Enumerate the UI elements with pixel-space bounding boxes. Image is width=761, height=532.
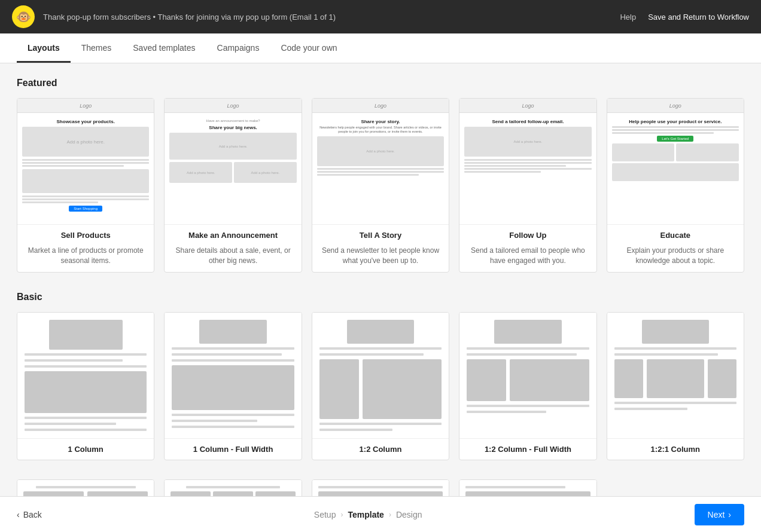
- tab-themes[interactable]: Themes: [71, 33, 123, 63]
- story-desc: Send a newsletter to let people know wha…: [312, 246, 449, 272]
- sell-products-label: Sell Products: [17, 224, 154, 246]
- featured-section-title: Featured: [17, 78, 744, 88]
- 1-column-full-label: 1 Column - Full Width: [165, 438, 301, 460]
- template-1-2-column[interactable]: 1:2 Column: [312, 312, 449, 460]
- template-1-2-1-column[interactable]: 1:2:1 Column: [607, 312, 744, 460]
- nav-tabs: Layouts Themes Saved templates Campaigns…: [0, 33, 761, 63]
- featured-grid: Logo Showcase your products. Add a photo…: [17, 98, 744, 273]
- template-full-width[interactable]: Full Width: [459, 479, 596, 497]
- followup-label: Follow Up: [459, 224, 596, 246]
- template-make-announcement[interactable]: Logo Have an announcement to make? Share…: [164, 98, 302, 273]
- basic-grid: 1 Column 1 Column - Full Width: [17, 312, 744, 460]
- next-label: Next: [708, 510, 725, 519]
- announcement-desc: Share details about a sale, event, or ot…: [165, 246, 301, 272]
- mailchimp-logo: 🐵: [12, 5, 35, 28]
- breadcrumb: Setup › Template › Design: [314, 510, 422, 519]
- template-1-column-full[interactable]: 1 Column - Full Width: [164, 312, 302, 460]
- chevron-2-icon: ›: [389, 510, 391, 519]
- basic-section-title: Basic: [17, 292, 744, 302]
- step-template: Template: [348, 510, 383, 519]
- educate-label: Educate: [607, 224, 744, 246]
- template-3-column[interactable]: 3 Column: [164, 479, 302, 497]
- template-educate[interactable]: Logo Help people use your product or ser…: [607, 98, 744, 273]
- followup-preview: Logo Send a tailored follow-up email. Ad…: [459, 99, 596, 224]
- template-1-column[interactable]: 1 Column: [17, 312, 154, 460]
- sell-products-desc: Market a line of products or promote sea…: [17, 246, 154, 272]
- step-design: Design: [396, 510, 422, 519]
- template-column-full-width[interactable]: Column Full Width: [312, 479, 449, 497]
- template-sell-products[interactable]: Logo Showcase your products. Add a photo…: [17, 98, 154, 273]
- educate-preview: Logo Help people use your product or ser…: [607, 99, 744, 224]
- back-button[interactable]: ‹ Back: [17, 510, 42, 519]
- back-chevron-icon: ‹: [17, 510, 20, 519]
- template-1-2-column-full[interactable]: 1:2 Column - Full Width: [459, 312, 596, 460]
- announcement-preview: Logo Have an announcement to make? Share…: [165, 99, 301, 224]
- step-setup: Setup: [314, 510, 336, 519]
- main-content: Featured Logo Showcase your products. Ad…: [0, 63, 761, 497]
- 1-2-column-label: 1:2 Column: [312, 438, 449, 460]
- tab-campaigns[interactable]: Campaigns: [206, 33, 270, 63]
- 1-column-label: 1 Column: [17, 438, 154, 460]
- tab-saved-templates[interactable]: Saved templates: [122, 33, 206, 63]
- followup-desc: Send a tailored email to people who have…: [459, 246, 596, 272]
- topbar-left: 🐵 Thank pop-up form subscribers • Thanks…: [12, 5, 336, 28]
- sell-products-preview: Logo Showcase your products. Add a photo…: [17, 99, 154, 224]
- template-2-column[interactable]: 2 Column: [17, 479, 154, 497]
- save-return-button[interactable]: Save and Return to Workflow: [648, 13, 749, 22]
- topbar: 🐵 Thank pop-up form subscribers • Thanks…: [0, 0, 761, 33]
- announcement-label: Make an Announcement: [165, 224, 301, 246]
- template-tell-story[interactable]: Logo Share your story. Newsletters help …: [312, 98, 449, 273]
- educate-desc: Explain your products or share knowledge…: [607, 246, 744, 272]
- topbar-title: Thank pop-up form subscribers • Thanks f…: [43, 13, 336, 22]
- tab-code-your-own[interactable]: Code your own: [270, 33, 348, 63]
- template-follow-up[interactable]: Logo Send a tailored follow-up email. Ad…: [459, 98, 596, 273]
- story-preview: Logo Share your story. Newsletters help …: [312, 99, 449, 224]
- tab-layouts[interactable]: Layouts: [17, 33, 71, 63]
- back-label: Back: [23, 510, 42, 519]
- next-chevron-icon: ›: [728, 510, 731, 519]
- 1-2-1-column-label: 1:2:1 Column: [607, 438, 744, 460]
- topbar-right: Help Save and Return to Workflow: [620, 13, 749, 22]
- bottom-bar: ‹ Back Setup › Template › Design Next ›: [0, 496, 761, 532]
- chevron-1-icon: ›: [340, 510, 343, 519]
- next-button[interactable]: Next ›: [695, 504, 744, 525]
- bottom-row-grid: 2 Column 3 Column Column F: [17, 479, 744, 497]
- 1-2-column-full-label: 1:2 Column - Full Width: [459, 438, 596, 460]
- help-button[interactable]: Help: [620, 13, 636, 22]
- story-label: Tell A Story: [312, 224, 449, 246]
